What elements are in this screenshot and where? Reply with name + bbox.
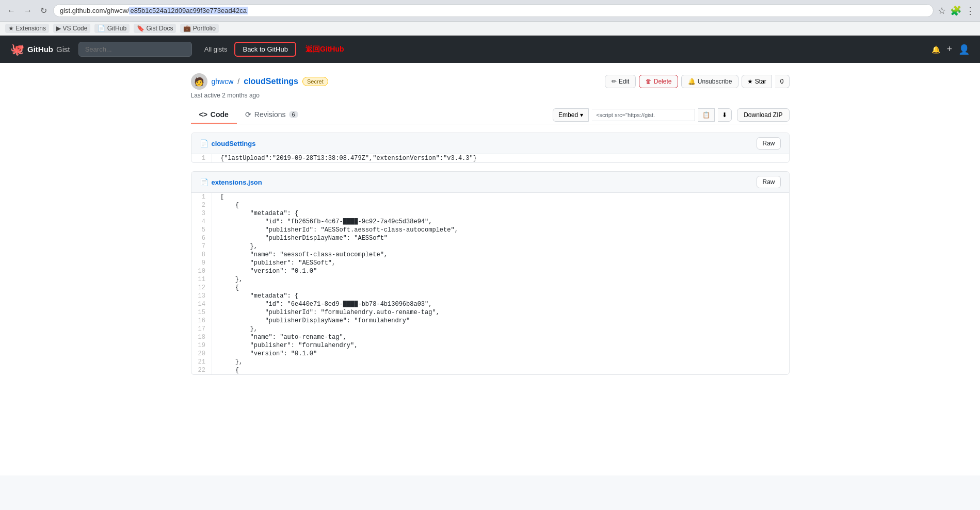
line-code: [	[212, 193, 789, 201]
line-number: 3	[191, 209, 212, 218]
bookmark-bar: ★ Extensions ▶ VS Code 📄 GitHub 🔖 Gist D…	[0, 22, 980, 36]
line-number: 6	[191, 234, 212, 242]
raw-button[interactable]: Raw	[757, 176, 780, 188]
secret-badge: Secret	[302, 77, 328, 86]
line-code: "version": "0.1.0"	[212, 350, 789, 358]
reload-button[interactable]: ↻	[38, 5, 49, 17]
gist-actions: ✏ Edit 🗑 Delete 🔔 Unsubscribe ★ Star 0	[605, 75, 789, 88]
line-code: "id": "6e440e71-8ed9-████-bb78-4b13096b8…	[212, 300, 789, 308]
bookmark-1[interactable]: ★ Extensions	[5, 24, 49, 33]
tab-revisions[interactable]: ⟳ Revisions 6	[237, 106, 307, 124]
table-row: 5 "publisherId": "AESSoft.aessoft-class-…	[191, 226, 789, 234]
address-gist-id: e85b1c524a12d09ac99f3e773ead42ca	[129, 7, 248, 14]
line-number: 22	[191, 366, 212, 374]
back-button[interactable]: ←	[5, 5, 18, 17]
search-input[interactable]	[78, 42, 192, 57]
line-number: 20	[191, 350, 212, 358]
line-code: "metadata": {	[212, 292, 789, 300]
github-gist-logo: 🐙 GitHub Gist	[10, 43, 70, 56]
line-code: "name": "aessoft-class-autocomplete",	[212, 251, 789, 259]
table-row: 17 },	[191, 325, 789, 333]
code-table: 1[2 {3 "metadata": {4 "id": "fb2656fb-4c…	[191, 193, 789, 374]
edit-button[interactable]: ✏ Edit	[605, 75, 636, 88]
table-row: 2 {	[191, 201, 789, 209]
annotation-arrow	[785, 0, 826, 2]
table-row: 21 },	[191, 358, 789, 366]
line-code: "publisherId": "AESSoft.aessoft-class-au…	[212, 226, 789, 234]
gist-slash: /	[237, 77, 239, 86]
star-icon[interactable]: ☆	[938, 5, 946, 17]
download-icon: ⬇	[722, 111, 727, 119]
new-gist-icon[interactable]: +	[946, 44, 952, 55]
code-table: 1{"lastUpload":"2019-09-28T13:38:08.479Z…	[191, 154, 789, 162]
line-number: 17	[191, 325, 212, 333]
table-row: 11 },	[191, 275, 789, 284]
download-icon-button[interactable]: ⬇	[718, 108, 732, 122]
bookmark-4[interactable]: 🔖 Gist Docs	[134, 24, 176, 33]
bookmark-2[interactable]: ▶ VS Code	[53, 24, 90, 33]
line-code: "publisher": "formulahendry",	[212, 341, 789, 350]
unsubscribe-button[interactable]: 🔔 Unsubscribe	[681, 75, 738, 88]
header-right: 🔔 + 👤	[931, 44, 970, 55]
table-row: 16 "publisherDisplayName": "formulahendr…	[191, 317, 789, 325]
back-annotation-text: 返回GitHub	[306, 45, 344, 54]
file-icon: 📄	[200, 139, 208, 147]
line-code: {	[212, 366, 789, 374]
line-number: 7	[191, 242, 212, 251]
line-number: 12	[191, 284, 212, 292]
tab-code[interactable]: <> Code	[191, 106, 237, 124]
file-box-header: 📄cloudSettingsRaw	[191, 133, 789, 154]
menu-icon[interactable]: ⋮	[966, 5, 975, 17]
user-avatar-icon[interactable]: 👤	[958, 44, 970, 55]
gist-filename[interactable]: cloudSettings	[244, 77, 298, 86]
notification-icon[interactable]: 🔔	[931, 45, 940, 54]
table-row: 9 "publisher": "AESSoft",	[191, 259, 789, 267]
table-row: 3 "metadata": {	[191, 209, 789, 218]
address-bar[interactable]: gist.github.com/ghwcw/e85b1c524a12d09ac9…	[53, 4, 934, 17]
line-number: 13	[191, 292, 212, 300]
bookmark-3[interactable]: 📄 GitHub	[94, 24, 130, 33]
line-code: },	[212, 358, 789, 366]
gist-owner[interactable]: ghwcw	[212, 77, 234, 86]
tabs-left: <> Code ⟳ Revisions 6	[191, 106, 307, 124]
extensions-icon[interactable]: 🧩	[950, 5, 961, 17]
revisions-count: 6	[289, 111, 298, 118]
forward-button[interactable]: →	[22, 5, 34, 17]
line-number: 19	[191, 341, 212, 350]
file-name[interactable]: cloudSettings	[212, 140, 256, 147]
file-icon: 📄	[200, 178, 208, 186]
line-code: "publisherId": "formulahendry.auto-renam…	[212, 308, 789, 317]
download-zip-button[interactable]: Download ZIP	[737, 108, 789, 122]
raw-button[interactable]: Raw	[757, 137, 780, 150]
line-number: 14	[191, 300, 212, 308]
star-count[interactable]: 0	[775, 75, 790, 88]
avatar-icon: 🧑	[194, 77, 204, 87]
browser-chrome: ← → ↻ gist.github.com/ghwcw/e85b1c524a12…	[0, 0, 980, 22]
file-name[interactable]: extensions.json	[212, 178, 262, 186]
bookmark-5[interactable]: 💼 Portfolio	[180, 24, 218, 33]
embed-button[interactable]: Embed ▾	[553, 108, 589, 122]
line-number: 4	[191, 218, 212, 226]
embed-url-box[interactable]: <script src="https://gist.	[592, 109, 695, 121]
star-button[interactable]: ★ Star	[742, 75, 772, 88]
back-to-github-button[interactable]: Back to GitHub	[234, 42, 296, 57]
delete-button[interactable]: 🗑 Delete	[639, 75, 678, 88]
line-number: 15	[191, 308, 212, 317]
table-row: 1[	[191, 193, 789, 201]
copy-button[interactable]: 📋	[698, 108, 715, 122]
table-row: 10 "version": "0.1.0"	[191, 267, 789, 275]
line-code: "publisher": "AESSoft",	[212, 259, 789, 267]
line-number: 5	[191, 226, 212, 234]
table-row: 7 },	[191, 242, 789, 251]
file-box: 📄cloudSettingsRaw1{"lastUpload":"2019-09…	[191, 133, 790, 163]
line-code: },	[212, 242, 789, 251]
revisions-icon: ⟳	[245, 110, 251, 119]
all-gists-link[interactable]: All gists	[204, 45, 228, 53]
code-icon: <>	[199, 110, 207, 119]
logo-gist-text: Gist	[56, 45, 70, 54]
line-number: 2	[191, 201, 212, 209]
table-row: 4 "id": "fb2656fb-4c67-████-9c92-7a49c5d…	[191, 218, 789, 226]
line-code: "version": "0.1.0"	[212, 267, 789, 275]
tabs-row: <> Code ⟳ Revisions 6 Embed ▾ <script sr…	[191, 106, 790, 124]
line-number: 1	[191, 193, 212, 201]
